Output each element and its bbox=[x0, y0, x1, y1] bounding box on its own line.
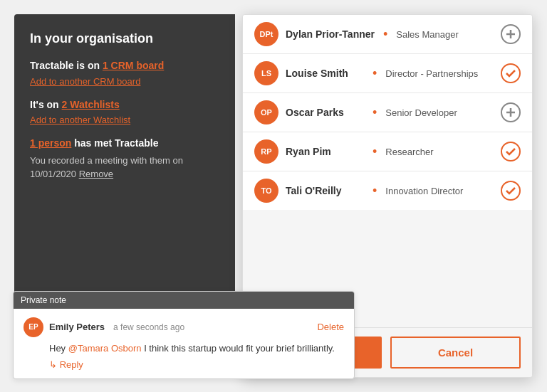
dot-separator: • bbox=[373, 144, 377, 159]
remove-link[interactable]: Remove bbox=[79, 169, 113, 179]
add-icon[interactable] bbox=[501, 102, 521, 122]
watchlist-link[interactable]: 2 Watchlists bbox=[62, 99, 120, 110]
watchlist-line: It's on 2 Watchlists bbox=[30, 98, 219, 112]
cancel-button[interactable]: Cancel bbox=[390, 337, 521, 369]
person-row: RPRyan Pim•Researcher bbox=[243, 132, 532, 171]
note-avatar: EP bbox=[24, 317, 43, 337]
person-row: DPtDylan Prior-Tanner•Sales Manager bbox=[243, 15, 532, 54]
note-card-header: Private note bbox=[14, 292, 354, 309]
crm-link[interactable]: 1 CRM board bbox=[103, 60, 164, 71]
people-list: DPtDylan Prior-Tanner•Sales ManagerLSLou… bbox=[243, 15, 532, 327]
met-count: 1 person bbox=[30, 137, 71, 149]
met-detail: You recorded a meeting with them on 10/0… bbox=[30, 154, 219, 181]
person-avatar: LS bbox=[254, 61, 278, 85]
person-avatar: TO bbox=[254, 179, 278, 203]
reply-button[interactable]: Reply bbox=[49, 359, 344, 370]
add-crm-link[interactable]: Add to another CRM board bbox=[30, 76, 219, 87]
person-name: Louise Smith bbox=[286, 68, 364, 79]
person-name: Oscar Parks bbox=[286, 107, 364, 118]
person-row: OPOscar Parks•Senior Developer bbox=[243, 93, 532, 132]
note-time: a few seconds ago bbox=[113, 322, 184, 332]
checked-icon[interactable] bbox=[501, 181, 521, 201]
note-author-row: EP Emily Peters a few seconds ago bbox=[24, 317, 184, 337]
dot-separator: • bbox=[373, 105, 377, 120]
person-name: Ryan Pim bbox=[286, 146, 364, 157]
checked-icon[interactable] bbox=[501, 63, 521, 83]
note-card: Private note EP Emily Peters a few secon… bbox=[13, 291, 355, 380]
dot-separator: • bbox=[373, 184, 377, 198]
met-line: 1 person has met Tractable bbox=[30, 137, 219, 151]
person-avatar: DPt bbox=[254, 22, 278, 46]
person-row: TOTali O'Reilly•Innovation Director bbox=[243, 171, 532, 210]
note-content: Hey @Tamara Osborn I think this startup … bbox=[49, 341, 344, 356]
person-avatar: OP bbox=[254, 100, 278, 125]
dot-separator: • bbox=[373, 66, 377, 81]
note-delete-button[interactable]: Delete bbox=[317, 322, 344, 332]
note-card-body: EP Emily Peters a few seconds ago Delete… bbox=[14, 309, 354, 379]
watchlist-section: It's on 2 Watchlists Add to another Watc… bbox=[30, 98, 219, 126]
met-section: 1 person has met Tractable You recorded … bbox=[30, 137, 219, 181]
add-icon[interactable] bbox=[501, 24, 521, 44]
person-name: Tali O'Reilly bbox=[286, 185, 364, 196]
person-title: Director - Partnerships bbox=[385, 68, 494, 79]
person-title: Researcher bbox=[385, 147, 494, 157]
add-watchlist-link[interactable]: Add to another Watchlist bbox=[30, 115, 219, 125]
note-meta: EP Emily Peters a few seconds ago Delete bbox=[24, 317, 344, 337]
crm-section: Tractable is on 1 CRM board Add to anoth… bbox=[30, 59, 219, 87]
person-title: Sales Manager bbox=[396, 29, 494, 40]
person-avatar: RP bbox=[254, 139, 278, 164]
person-title: Innovation Director bbox=[385, 186, 494, 196]
person-row: LSLouise Smith•Director - Partnerships bbox=[243, 54, 532, 93]
note-mention: @Tamara Osborn bbox=[68, 343, 142, 354]
dot-separator: • bbox=[383, 27, 387, 42]
person-name: Dylan Prior-Tanner bbox=[286, 28, 375, 40]
checked-icon[interactable] bbox=[501, 142, 521, 161]
crm-line: Tractable is on 1 CRM board bbox=[30, 59, 219, 73]
note-author-name: Emily Peters bbox=[49, 322, 105, 332]
person-title: Senior Developer bbox=[385, 107, 494, 118]
left-panel-title: In your organisation bbox=[30, 31, 219, 46]
